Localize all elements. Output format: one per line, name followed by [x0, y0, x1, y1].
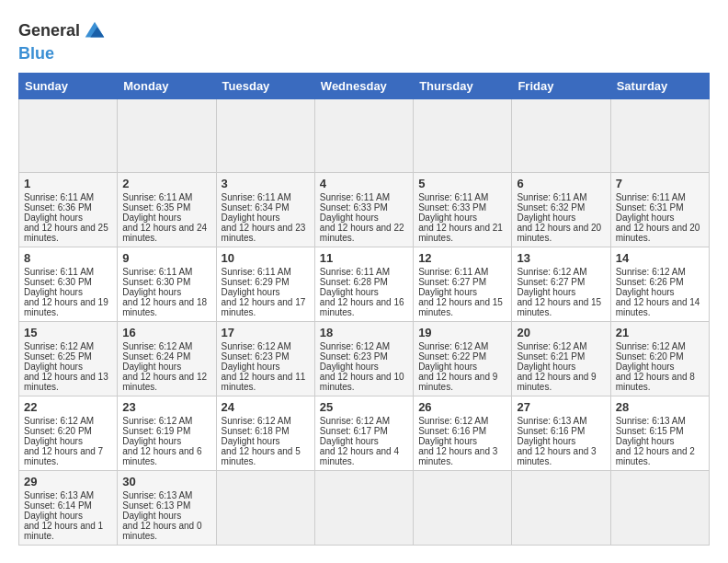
day-number: 1: [24, 177, 112, 190]
calendar-cell: 30Sunrise: 6:13 AMSunset: 6:13 PMDayligh…: [118, 470, 216, 545]
day-number: 12: [418, 251, 506, 265]
daylight-duration: and 12 hours and 2 minutes.: [616, 446, 695, 466]
daylight-duration: and 12 hours and 11 minutes.: [222, 372, 306, 392]
sunrise-text: Sunrise: 6:12 AM: [222, 341, 291, 351]
calendar-cell: 14Sunrise: 6:12 AMSunset: 6:26 PMDayligh…: [610, 247, 709, 321]
sunrise-text: Sunrise: 6:12 AM: [122, 416, 192, 426]
daylight-duration: and 12 hours and 13 minutes.: [24, 372, 108, 392]
daylight-label: Daylight hours: [320, 213, 379, 223]
day-number: 19: [418, 326, 506, 339]
sunset-text: Sunset: 6:20 PM: [616, 351, 684, 362]
sunset-text: Sunset: 6:34 PM: [222, 202, 290, 213]
sunset-text: Sunset: 6:17 PM: [320, 426, 388, 436]
day-number: 15: [24, 326, 112, 339]
sunset-text: Sunset: 6:20 PM: [24, 426, 92, 436]
day-number: 9: [122, 251, 210, 265]
sunrise-text: Sunrise: 6:11 AM: [418, 192, 488, 202]
calendar-cell: 11Sunrise: 6:11 AMSunset: 6:28 PMDayligh…: [314, 247, 413, 321]
column-header-wednesday: Wednesday: [314, 73, 413, 98]
sunset-text: Sunset: 6:27 PM: [517, 277, 585, 287]
calendar-cell: 28Sunrise: 6:13 AMSunset: 6:15 PMDayligh…: [610, 396, 709, 470]
calendar-cell: 17Sunrise: 6:12 AMSunset: 6:23 PMDayligh…: [216, 321, 314, 396]
sunrise-text: Sunrise: 6:13 AM: [517, 416, 586, 426]
calendar-cell: [216, 98, 314, 172]
daylight-duration: and 12 hours and 12 minutes.: [122, 372, 207, 392]
sunset-text: Sunset: 6:28 PM: [320, 277, 388, 287]
calendar-cell: 21Sunrise: 6:12 AMSunset: 6:20 PMDayligh…: [610, 321, 709, 396]
calendar-cell: 7Sunrise: 6:11 AMSunset: 6:31 PMDaylight…: [610, 172, 709, 247]
calendar-cell: 25Sunrise: 6:12 AMSunset: 6:17 PMDayligh…: [314, 396, 413, 470]
column-header-thursday: Thursday: [414, 73, 512, 98]
daylight-duration: and 12 hours and 18 minutes.: [122, 297, 207, 317]
sunrise-text: Sunrise: 6:11 AM: [222, 267, 291, 277]
daylight-label: Daylight hours: [616, 436, 675, 446]
sunset-text: Sunset: 6:19 PM: [122, 426, 190, 436]
sunset-text: Sunset: 6:25 PM: [24, 351, 92, 362]
calendar-cell: 1Sunrise: 6:11 AMSunset: 6:36 PMDaylight…: [19, 172, 118, 247]
daylight-label: Daylight hours: [418, 213, 477, 223]
sunset-text: Sunset: 6:27 PM: [418, 277, 486, 287]
daylight-label: Daylight hours: [418, 287, 477, 297]
sunset-text: Sunset: 6:33 PM: [320, 202, 388, 213]
daylight-label: Daylight hours: [122, 362, 181, 372]
calendar-cell: 13Sunrise: 6:12 AMSunset: 6:27 PMDayligh…: [512, 247, 610, 321]
sunset-text: Sunset: 6:22 PM: [418, 351, 486, 362]
calendar-cell: [19, 98, 118, 172]
day-number: 10: [222, 251, 310, 265]
daylight-duration: and 12 hours and 5 minutes.: [222, 446, 301, 466]
day-number: 30: [122, 475, 210, 488]
calendar-week-3: 15Sunrise: 6:12 AMSunset: 6:25 PMDayligh…: [19, 321, 710, 396]
daylight-duration: and 12 hours and 10 minutes.: [320, 372, 404, 392]
sunrise-text: Sunrise: 6:12 AM: [418, 341, 488, 351]
calendar-cell: 10Sunrise: 6:11 AMSunset: 6:29 PMDayligh…: [216, 247, 314, 321]
sunrise-text: Sunrise: 6:12 AM: [320, 341, 390, 351]
calendar-cell: 8Sunrise: 6:11 AMSunset: 6:30 PMDaylight…: [19, 247, 118, 321]
daylight-duration: and 12 hours and 21 minutes.: [418, 223, 503, 243]
sunset-text: Sunset: 6:32 PM: [517, 202, 585, 213]
sunset-text: Sunset: 6:23 PM: [222, 351, 290, 362]
calendar-cell: 2Sunrise: 6:11 AMSunset: 6:35 PMDaylight…: [118, 172, 216, 247]
sunrise-text: Sunrise: 6:11 AM: [320, 192, 390, 202]
day-number: 23: [122, 400, 210, 414]
daylight-duration: and 12 hours and 20 minutes.: [616, 223, 700, 243]
sunset-text: Sunset: 6:18 PM: [222, 426, 290, 436]
day-number: 27: [517, 400, 605, 414]
sunrise-text: Sunrise: 6:12 AM: [320, 416, 390, 426]
daylight-duration: and 12 hours and 17 minutes.: [222, 297, 306, 317]
calendar-cell: 9Sunrise: 6:11 AMSunset: 6:30 PMDaylight…: [118, 247, 216, 321]
sunrise-text: Sunrise: 6:13 AM: [616, 416, 686, 426]
day-number: 7: [616, 177, 704, 190]
day-number: 13: [517, 251, 605, 265]
sunrise-text: Sunrise: 6:12 AM: [24, 416, 94, 426]
logo-icon: [82, 18, 108, 44]
day-number: 18: [320, 326, 408, 339]
calendar-cell: [314, 98, 413, 172]
sunrise-text: Sunrise: 6:11 AM: [24, 267, 94, 277]
day-number: 20: [517, 326, 605, 339]
calendar-cell: 18Sunrise: 6:12 AMSunset: 6:23 PMDayligh…: [314, 321, 413, 396]
daylight-label: Daylight hours: [517, 436, 575, 446]
sunset-text: Sunset: 6:26 PM: [616, 277, 684, 287]
sunset-text: Sunset: 6:14 PM: [24, 500, 92, 511]
daylight-label: Daylight hours: [122, 511, 181, 521]
sunset-text: Sunset: 6:21 PM: [517, 351, 585, 362]
daylight-duration: and 12 hours and 14 minutes.: [616, 297, 700, 317]
daylight-label: Daylight hours: [517, 287, 575, 297]
calendar-cell: 26Sunrise: 6:12 AMSunset: 6:16 PMDayligh…: [414, 396, 512, 470]
calendar-cell: 27Sunrise: 6:13 AMSunset: 6:16 PMDayligh…: [512, 396, 610, 470]
calendar-week-4: 22Sunrise: 6:12 AMSunset: 6:20 PMDayligh…: [19, 396, 710, 470]
day-number: 17: [222, 326, 310, 339]
daylight-duration: and 12 hours and 20 minutes.: [517, 223, 601, 243]
calendar-week-1: 1Sunrise: 6:11 AMSunset: 6:36 PMDaylight…: [19, 172, 710, 247]
daylight-duration: and 12 hours and 19 minutes.: [24, 297, 108, 317]
daylight-duration: and 12 hours and 1 minute.: [24, 521, 103, 541]
day-number: 28: [616, 400, 704, 414]
daylight-label: Daylight hours: [418, 362, 477, 372]
daylight-duration: and 12 hours and 22 minutes.: [320, 223, 404, 243]
daylight-duration: and 12 hours and 9 minutes.: [418, 372, 497, 392]
day-number: 3: [222, 177, 310, 190]
sunrise-text: Sunrise: 6:11 AM: [24, 192, 94, 202]
day-number: 26: [418, 400, 506, 414]
daylight-label: Daylight hours: [24, 362, 83, 372]
calendar-cell: [610, 470, 709, 545]
